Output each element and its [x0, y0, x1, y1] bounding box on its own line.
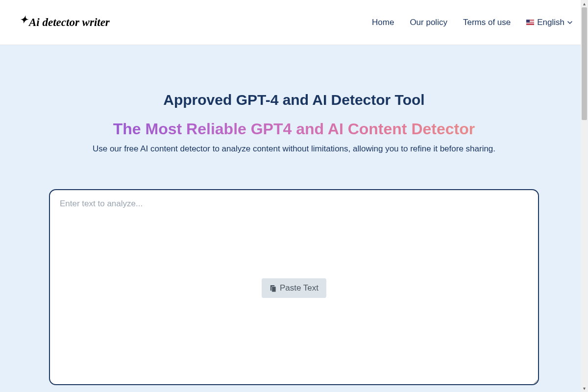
page-subtitle: Approved GPT-4 and AI Detector Tool [0, 92, 588, 108]
main-nav: Home Our policy Terms of use English [372, 18, 572, 27]
paste-icon [270, 284, 277, 292]
scroll-down-icon[interactable]: ▾ [581, 385, 588, 392]
svg-rect-1 [272, 287, 276, 292]
scrollbar-thumb[interactable] [582, 7, 587, 120]
site-logo[interactable]: ✦ Ai detector writer [20, 16, 110, 29]
language-label: English [537, 18, 564, 27]
page-description: Use our free AI content detector to anal… [0, 144, 588, 154]
paste-button-label: Paste Text [280, 283, 318, 293]
us-flag-icon [526, 20, 534, 25]
page-title: The Most Reliable GPT4 and AI Content De… [113, 120, 475, 138]
paste-text-button[interactable]: Paste Text [262, 278, 326, 298]
sparkle-icon: ✦ [20, 14, 28, 25]
textarea-container: Paste Text [49, 189, 539, 387]
nav-policy[interactable]: Our policy [410, 18, 447, 27]
site-header: ✦ Ai detector writer Home Our policy Ter… [0, 0, 588, 45]
scroll-up-icon[interactable]: ▴ [581, 0, 588, 7]
main-content: Approved GPT-4 and AI Detector Tool The … [0, 45, 588, 387]
chevron-down-icon [567, 20, 572, 25]
nav-home[interactable]: Home [372, 18, 394, 27]
logo-text: Ai detector writer [29, 16, 110, 29]
nav-terms[interactable]: Terms of use [463, 18, 511, 27]
scrollbar[interactable]: ▴ ▾ [581, 0, 588, 392]
language-selector[interactable]: English [526, 18, 572, 27]
